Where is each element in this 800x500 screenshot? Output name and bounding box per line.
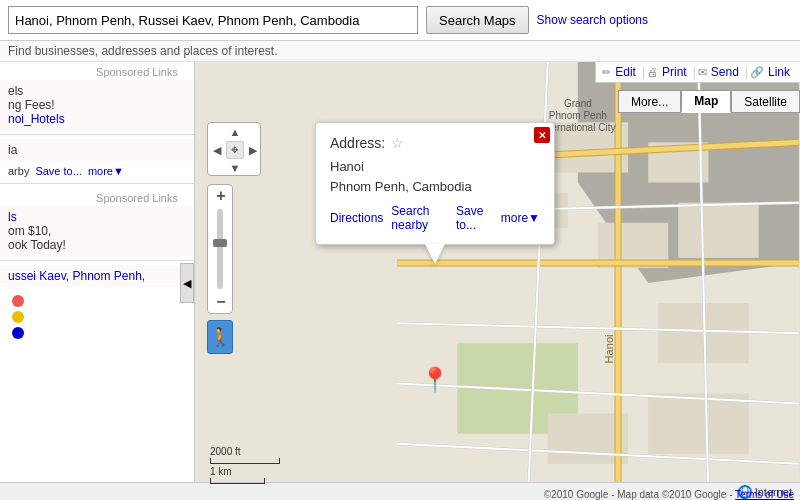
more-link[interactable]: more▼ [501,211,540,225]
show-search-options[interactable]: Show search options [537,13,648,27]
bubble-address: Hanoi Phnom Penh, Cambodia [330,157,540,196]
directions-link[interactable]: Directions [330,211,383,225]
sidebar-ad-2: ia [0,139,194,161]
ad3-line2: ook Today! [8,238,186,252]
star-icon[interactable]: ☆ [391,135,404,151]
ad2-nearby: arby [8,165,29,177]
bubble-title: Address: ☆ [330,135,540,151]
svg-rect-7 [678,203,758,258]
info-bubble: ✕ Address: ☆ Hanoi Phnom Penh, Cambodia … [315,122,555,245]
save-to-link[interactable]: Save to... [456,204,493,232]
edit-link[interactable]: Edit [615,65,636,79]
dot-red [12,295,24,307]
zoom-handle [213,239,227,247]
satellite-button[interactable]: Satellite [731,90,800,113]
zoom-in-button[interactable]: + [208,185,234,207]
nav-control: ▲ ◀ ✥ ▶ ▼ [207,122,261,176]
nav-right-button[interactable]: ▶ [244,141,262,159]
address-line2: Phnom Penh, Cambodia [330,177,540,197]
link-link[interactable]: Link [768,65,790,79]
address-line1: Hanoi [330,157,540,177]
more-button[interactable]: More... [618,90,681,113]
nav-left-button[interactable]: ◀ [208,141,226,159]
sep1: | [642,65,645,79]
sidebar: ◀ Sponsored Links els ng Fees! noi_Hotel… [0,62,195,500]
ad1-title: els [8,84,186,98]
map-toolbar: ✏ Edit | 🖨 Print | ✉ Send | 🔗 Link [595,62,800,83]
info-bubble-close-button[interactable]: ✕ [534,127,550,143]
pegman-icon: 🚶 [209,326,231,348]
sidebar-result: ussei Kaev, Phnom Penh, [0,265,194,287]
zoom-out-button[interactable]: − [208,291,234,313]
search-button[interactable]: Search Maps [426,6,529,34]
dot-yellow [12,311,24,323]
ad1-line1: ng Fees! [8,98,186,112]
zoom-slider[interactable] [217,209,223,289]
sidebar-ad2-actions: arby Save to... more▼ [0,163,194,179]
nav-up-button[interactable]: ▲ [226,123,244,141]
svg-text:Hanoi: Hanoi [603,334,615,363]
top-bar: Search Maps Show search options [0,0,800,41]
search-nearby-link[interactable]: Search nearby [391,204,448,232]
terms-link[interactable]: Terms of Use [735,489,794,500]
bubble-title-text: Address: [330,135,385,151]
ad3-title[interactable]: ls [8,210,17,224]
sponsored-label-1: Sponsored Links [0,62,194,80]
scale-km-label: 1 km [210,466,280,477]
svg-text:Grand: Grand [564,98,592,109]
sep2: | [693,65,696,79]
send-link[interactable]: Send [711,65,739,79]
svg-rect-10 [648,394,748,454]
ad2-more-link[interactable]: more▼ [88,165,124,177]
ad3-line1: om $10, [8,224,186,238]
send-icon: ✉ [698,66,707,79]
ad1-link[interactable]: noi_Hotels [8,112,65,126]
bubble-tail [425,244,445,264]
sidebar-ad-3: ls om $10, ook Today! [0,206,194,256]
link-icon: 🔗 [750,66,764,79]
result-link[interactable]: ussei Kaev, Phnom Penh, [8,269,145,283]
scale-ft-label: 2000 ft [210,446,280,457]
print-link[interactable]: Print [662,65,687,79]
nav-down-button[interactable]: ▼ [226,159,244,177]
scale-bar-km [210,478,265,484]
sidebar-ad-1: els ng Fees! noi_Hotels [0,80,194,130]
subbar: Find businesses, addresses and places of… [0,41,800,62]
collapse-button[interactable]: ◀ [180,263,194,303]
sponsored-label-2: Sponsored Links [0,188,194,206]
dots-container [0,289,194,345]
dot-blue [12,327,24,339]
map-view-buttons: More... Map Satellite [618,90,800,113]
copyright-text: ©2010 Google - Map data ©2010 Google - [544,489,733,500]
svg-text:Phnom Penh: Phnom Penh [549,110,607,121]
bubble-actions: Directions Search nearby Save to... more… [330,204,540,232]
scale-bar-ft [210,458,280,464]
map-button[interactable]: Map [681,90,731,113]
pegman-button[interactable]: 🚶 [207,320,233,354]
ad2-save-link[interactable]: Save to... [35,165,81,177]
nav-center-button[interactable]: ✥ [226,141,244,159]
search-input[interactable] [8,6,418,34]
edit-icon: ✏ [602,66,611,79]
map-scale: 2000 ft 1 km [210,446,280,484]
main: ◀ Sponsored Links els ng Fees! noi_Hotel… [0,62,800,500]
ad2-prefix: ia [8,143,186,157]
map-controls: ▲ ◀ ✥ ▶ ▼ + − 🚶 [207,122,261,354]
print-icon: 🖨 [647,66,658,78]
map-container[interactable]: Hanoi Grand Phnom Penh International Cit… [195,62,800,500]
sep3: | [745,65,748,79]
map-pin[interactable]: 📍 [420,366,450,394]
map-copyright: ©2010 Google - Map data ©2010 Google - T… [544,489,794,500]
